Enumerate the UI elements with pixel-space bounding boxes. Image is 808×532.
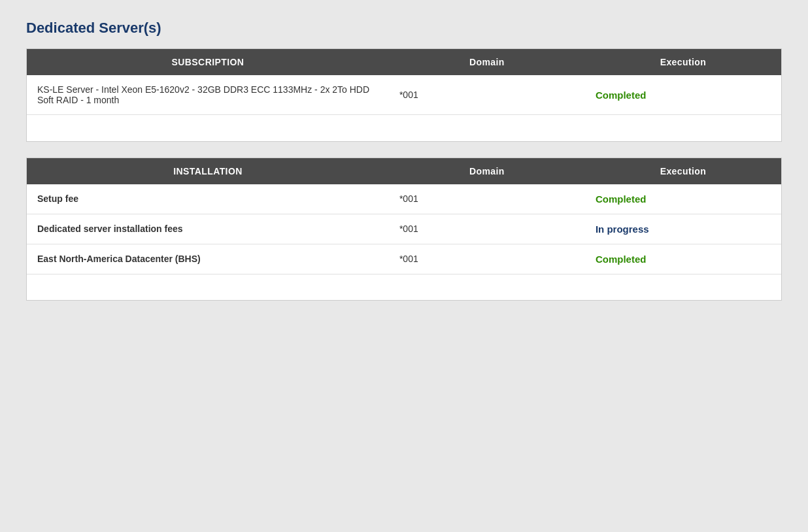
installation-item-1: Dedicated server installation fees — [27, 214, 389, 244]
installation-execution-1: In progress — [585, 214, 781, 244]
page-title: Dedicated Server(s) — [26, 20, 782, 37]
installation-row: Setup fee*001Completed — [27, 184, 781, 214]
installation-item-2: East North-America Datacenter (BHS) — [27, 244, 389, 274]
installation-domain-0: *001 — [389, 184, 585, 214]
installation-section: INSTALLATION Domain Execution Setup fee*… — [26, 158, 782, 301]
installation-domain-1: *001 — [389, 214, 585, 244]
subscription-execution-header: Execution — [585, 49, 781, 75]
installation-execution-0: Completed — [585, 184, 781, 214]
subscription-table: SUBSCRIPTION Domain Execution KS-LE Serv… — [27, 49, 781, 141]
installation-execution-2: Completed — [585, 244, 781, 274]
installation-domain-2: *001 — [389, 244, 585, 274]
subscription-row: KS-LE Server - Intel Xeon E5-1620v2 - 32… — [27, 75, 781, 115]
subscription-col-header: SUBSCRIPTION — [27, 49, 389, 75]
installation-item-0: Setup fee — [27, 184, 389, 214]
subscription-execution-0: Completed — [585, 75, 781, 115]
installation-execution-header: Execution — [585, 158, 781, 184]
subscription-item-0: KS-LE Server - Intel Xeon E5-1620v2 - 32… — [27, 75, 389, 115]
subscription-domain-header: Domain — [389, 49, 585, 75]
installation-domain-header: Domain — [389, 158, 585, 184]
subscription-domain-0: *001 — [389, 75, 585, 115]
installation-table: INSTALLATION Domain Execution Setup fee*… — [27, 158, 781, 301]
installation-extra-row — [27, 274, 781, 300]
subscription-extra-row — [27, 115, 781, 141]
installation-row: Dedicated server installation fees*001In… — [27, 214, 781, 244]
installation-col-header: INSTALLATION — [27, 158, 389, 184]
subscription-section: SUBSCRIPTION Domain Execution KS-LE Serv… — [26, 48, 782, 142]
installation-row: East North-America Datacenter (BHS)*001C… — [27, 244, 781, 274]
